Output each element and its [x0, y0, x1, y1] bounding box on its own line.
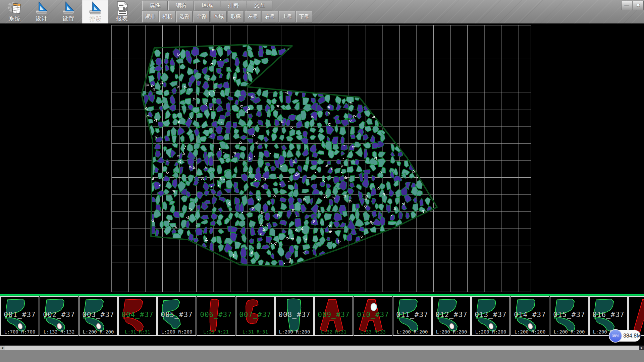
- scroll-left-icon[interactable]: <: [0, 346, 5, 350]
- part-lr-count: L:31 R:31: [236, 329, 274, 335]
- part-lr-count: L:33 R:33: [354, 329, 392, 335]
- part-id: 001_#37: [1, 311, 39, 319]
- part-id: 007_#37: [236, 311, 274, 319]
- part-lr-count: L:200 R:200: [276, 329, 313, 335]
- big-button-system[interactable]: 系统: [2, 0, 28, 23]
- tool-button-5[interactable]: 瑕疵: [228, 11, 244, 22]
- memory-value: 384.8M: [623, 330, 641, 342]
- part-thumbnail-15[interactable]: 015_#37L:200 R:200: [550, 296, 589, 336]
- part-lr-count: L:200 R:200: [79, 329, 117, 335]
- status-bar: [0, 350, 644, 362]
- part-id: 016_#37: [590, 311, 627, 319]
- part-id: 011_#37: [393, 311, 431, 319]
- part-thumbnail-5[interactable]: 005_#37L:200 R:200: [157, 296, 196, 336]
- part-id: 006_#37: [197, 311, 235, 319]
- part-thumbnail-1[interactable]: 001_#37L:700 R:700: [0, 296, 39, 336]
- menu-button-2[interactable]: 区域: [195, 1, 220, 10]
- part-thumbnail-3[interactable]: 003_#37L:200 R:200: [79, 296, 118, 336]
- close-button[interactable]: ✕: [633, 1, 644, 10]
- tool-button-7[interactable]: 右靠: [262, 11, 278, 22]
- big-button-label: 设置: [55, 15, 82, 22]
- part-lr-count: L:32 R:31: [315, 329, 353, 335]
- part-lr-count: L:700 R:700: [1, 329, 39, 335]
- horizontal-scrollbar[interactable]: < >: [0, 346, 644, 350]
- part-id: 005_#37: [158, 311, 196, 319]
- menu-button-1[interactable]: 编辑: [168, 1, 194, 10]
- tool-button-1[interactable]: 相机: [159, 11, 175, 22]
- menu-button-3[interactable]: 排料: [221, 1, 246, 10]
- scroll-right-icon[interactable]: >: [639, 346, 644, 350]
- big-button-nesting[interactable]: 排版: [82, 0, 108, 23]
- part-id: 008_#37: [276, 311, 313, 319]
- tool-button-4[interactable]: 区域: [211, 11, 227, 22]
- part-thumbnail-4[interactable]: 004_#37L:31 R:31: [118, 296, 157, 336]
- nesting-canvas[interactable]: [0, 23, 644, 294]
- big-button-report[interactable]: 报表: [109, 0, 135, 23]
- part-id: 009_#37: [315, 311, 353, 319]
- big-button-design[interactable]: 设计: [29, 0, 55, 23]
- part-lr-count: L:21 R:21: [197, 329, 235, 335]
- tool-button-0[interactable]: 聚排: [142, 11, 158, 22]
- part-lr-count: L:200 R:200: [472, 329, 509, 335]
- part-lr-count: L:200 R:200: [158, 329, 196, 335]
- part-id: 013_#37: [472, 311, 509, 319]
- part-thumbnail-13[interactable]: 013_#37L:200 R:200: [471, 296, 510, 336]
- part-thumbnail-8[interactable]: 008_#37L:200 R:200: [275, 296, 314, 336]
- part-id: 0: [629, 311, 644, 319]
- part-lr-count: L:31 R:31: [119, 329, 156, 335]
- tool-button-9[interactable]: 下靠: [296, 11, 312, 22]
- menu-button-4[interactable]: 交互: [247, 1, 272, 10]
- minimize-button[interactable]: —: [621, 1, 632, 10]
- part-thumbnail-6[interactable]: 006_#37L:21 R:21: [197, 296, 235, 336]
- part-lr-count: L:132 R:132: [40, 329, 78, 335]
- part-id: 004_#37: [119, 311, 156, 319]
- tool-button-8[interactable]: 上靠: [279, 11, 295, 22]
- part-id: 003_#37: [79, 311, 117, 319]
- part-thumbnail-7[interactable]: 007_#37L:31 R:31: [236, 296, 275, 336]
- big-button-label: 设计: [29, 15, 55, 22]
- part-id: 010_#37: [354, 311, 392, 319]
- big-button-settings[interactable]: 设置: [55, 0, 82, 23]
- part-thumbnail-10[interactable]: 010_#37L:33 R:33: [354, 296, 392, 336]
- parts-strip: 001_#37L:700 R:700002_#37L:132 R:132003_…: [0, 294, 644, 338]
- part-thumbnail-14[interactable]: 014_#37L:200 R:200: [511, 296, 549, 336]
- part-id: 015_#37: [550, 311, 588, 319]
- part-thumbnail-11[interactable]: 011_#37L:200 R:200: [393, 296, 432, 336]
- part-lr-count: L:200 R:200: [393, 329, 431, 335]
- part-id: 012_#37: [433, 311, 470, 319]
- big-button-label: 排版: [82, 15, 108, 22]
- tool-button-6[interactable]: 左靠: [245, 11, 261, 22]
- big-button-label: 报表: [109, 15, 135, 22]
- part-thumbnail-9[interactable]: 009_#37L:32 R:31: [314, 296, 353, 336]
- parts-cells: 001_#37L:700 R:700002_#37L:132 R:132003_…: [0, 296, 644, 337]
- part-lr-count: L:200 R:200: [511, 329, 549, 335]
- tool-button-2[interactable]: 选割: [176, 11, 193, 22]
- part-thumbnail-12[interactable]: 012_#37L:200 R:200: [432, 296, 471, 336]
- menu-row-1: 属性编辑区域排料交互: [142, 1, 272, 10]
- part-id: 002_#37: [40, 311, 78, 319]
- menu-button-0[interactable]: 属性: [142, 1, 168, 10]
- progress-circle: 38%: [609, 329, 622, 343]
- tool-button-3[interactable]: 全割: [194, 11, 210, 22]
- menu-row-2: 聚排相机选割全割区域瑕疵左靠右靠上靠下靠: [142, 11, 312, 22]
- toolbar: 系统 设计 设置: [0, 0, 644, 23]
- strip-separator-line: [0, 294, 644, 296]
- part-lr-count: L:200 R:200: [550, 329, 588, 335]
- part-id: 014_#37: [511, 311, 549, 319]
- part-lr-count: L:200 R:200: [433, 329, 470, 335]
- big-button-label: 系统: [2, 15, 28, 22]
- memory-badge: 38% 384.8M: [609, 330, 641, 342]
- part-thumbnail-2[interactable]: 002_#37L:132 R:132: [40, 296, 78, 336]
